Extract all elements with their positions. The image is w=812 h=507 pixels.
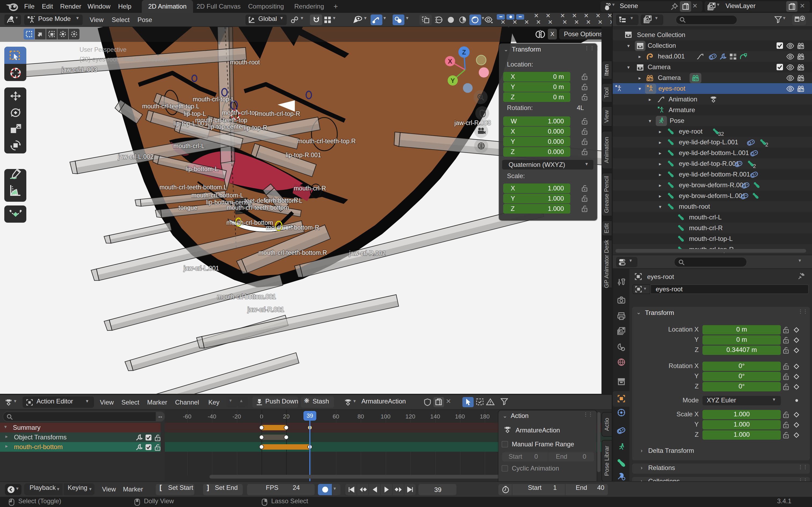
svg-text:jaw-crl-R.001: jaw-crl-R.001 <box>247 306 284 313</box>
svg-text:mouth-crl-bottom-L: mouth-crl-bottom-L <box>192 192 244 199</box>
svg-text:mouth-crl-bottom.001: mouth-crl-bottom.001 <box>217 293 276 300</box>
svg-text:mouth-crl-top: mouth-crl-top <box>222 109 258 116</box>
svg-text:jaw-crl-L.001: jaw-crl-L.001 <box>184 265 219 272</box>
svg-text:lip-bottom-L: lip-bottom-L <box>186 166 218 172</box>
svg-text:mouth-crl-top-L: mouth-crl-top-L <box>193 96 235 103</box>
svg-text:mouth-crl-R: mouth-crl-R <box>294 185 326 192</box>
svg-text:mouth-crl-top-R: mouth-crl-top-R <box>257 110 300 117</box>
svg-text:jaw-crl-L.002: jaw-crl-L.002 <box>118 153 154 160</box>
svg-text:mouth-crl-bottom-R: mouth-crl-bottom-R <box>266 224 319 231</box>
svg-text:teet-deform-bottom-L: teet-deform-bottom-L <box>244 197 302 204</box>
svg-text:mouth-crl-teeth-bottom.L: mouth-crl-teeth-bottom.L <box>159 184 227 191</box>
svg-text:jaw-crl-L.003: jaw-crl-L.003 <box>61 66 97 73</box>
svg-text:lip-top-R: lip-top-R <box>244 124 267 131</box>
svg-text:mouth-crl-teeth-top.R: mouth-crl-teeth-top.R <box>297 137 356 145</box>
svg-text:Y: Y <box>451 77 455 84</box>
svg-text:mouth-root: mouth-root <box>230 59 260 66</box>
svg-text:lip-top-center: lip-top-center <box>208 123 244 130</box>
svg-text:lip-top-L: lip-top-L <box>184 110 206 117</box>
svg-text:Z: Z <box>462 49 466 56</box>
svg-text:mouth-crl-teeth-bottom: mouth-crl-teeth-bottom <box>226 204 289 211</box>
svg-text:lip-top-L.001: lip-top-L.001 <box>173 120 208 127</box>
svg-text:tongue: tongue <box>179 204 197 211</box>
svg-text:jaw-crl-R.002: jaw-crl-R.002 <box>349 250 385 257</box>
svg-text:X: X <box>448 58 452 65</box>
svg-text:mouth-crl-teeth-top.L: mouth-crl-teeth-top.L <box>142 103 200 110</box>
svg-text:mouth-crl-L: mouth-crl-L <box>173 143 205 150</box>
svg-text:mouth-crl-teeth-bottom.R: mouth-crl-teeth-bottom.R <box>258 249 327 256</box>
svg-text:lip-top-R.001: lip-top-R.001 <box>286 152 321 159</box>
